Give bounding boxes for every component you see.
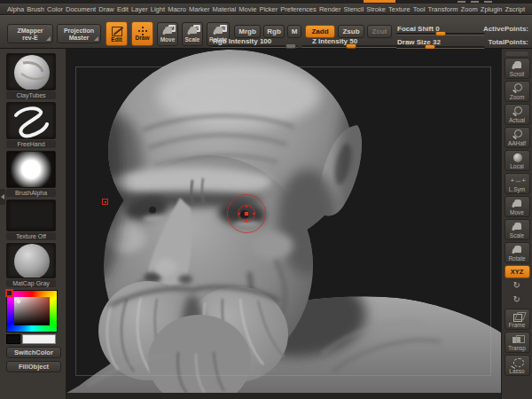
current-stroke-thumbnail[interactable] (6, 102, 56, 139)
right-tray-label: Move (510, 209, 524, 215)
menu-light[interactable]: Light (151, 5, 165, 13)
right-tray-frame[interactable]: Frame (505, 309, 530, 330)
move-tool-button[interactable]: M Move (157, 22, 178, 46)
right-tray-rotate-y-icon[interactable] (506, 280, 528, 293)
right-tray-move[interactable]: Move (505, 196, 530, 217)
z-intensity-slider[interactable] (301, 45, 406, 48)
cube-icon (511, 311, 524, 322)
mrgb-button[interactable]: Mrgb (234, 25, 261, 38)
menu-render[interactable]: Render (319, 5, 341, 13)
current-texture-thumbnail[interactable] (6, 200, 56, 231)
rgb-intensity-slider[interactable] (211, 45, 298, 48)
alpha-soft-dot (7, 152, 55, 187)
color-picker[interactable] (6, 290, 58, 332)
hand-icon (511, 60, 524, 71)
right-tray-label: Zoom (510, 94, 525, 100)
right-tray-local[interactable]: Local (505, 150, 530, 171)
menu-stroke[interactable]: Stroke (366, 5, 386, 13)
current-alpha-thumbnail[interactable] (6, 151, 56, 188)
menu-movie[interactable]: Movie (239, 5, 256, 13)
canvas-bottom-edge (66, 393, 501, 399)
current-brush-thumbnail[interactable] (6, 53, 56, 90)
alpha-name-label[interactable]: BrushAlpha (6, 189, 56, 197)
rotate-z-icon (511, 295, 524, 306)
rgb-intensity-label: Rgb Intensity 100 (213, 37, 271, 45)
menu-bar: AlphaBrushColorDocumentDrawEditLayerLigh… (0, 4, 532, 15)
window-mark-icon (458, 1, 466, 3)
menu-transform[interactable]: Transform (428, 5, 458, 13)
right-tray-lasso[interactable]: Lasso (505, 355, 530, 376)
right-tray-scroll[interactable]: Scroll (505, 58, 530, 79)
hand-icon (511, 199, 524, 209)
menu-tool[interactable]: Tool (413, 5, 426, 13)
zmapper-button[interactable]: ZMapper rev-E (7, 24, 53, 43)
rotate-y-icon (511, 281, 524, 292)
menu-stencil[interactable]: Stencil (344, 5, 364, 13)
move-label: Move (160, 36, 176, 43)
left-tray: ClayTubes FreeHand BrushAlpha Texture Of… (0, 49, 66, 399)
rgb-intensity-value: 100 (260, 37, 271, 45)
main-color-swatch[interactable] (6, 334, 20, 344)
magnifier-icon (511, 129, 524, 140)
sphere-icon (511, 153, 524, 163)
menu-brush[interactable]: Brush (27, 5, 44, 13)
menu-color[interactable]: Color (47, 5, 63, 13)
right-tray-label: Rotate (508, 255, 525, 262)
menu-texture[interactable]: Texture (388, 5, 411, 13)
scale-label: Scale (185, 36, 200, 43)
menu-layer[interactable]: Layer (131, 5, 148, 13)
menu-draw[interactable]: Draw (98, 5, 114, 13)
focal-shift-label: Focal Shift 0 (397, 25, 440, 33)
right-tray-xyz[interactable]: XYZ (505, 265, 530, 278)
right-tray-label: Scroll (510, 71, 524, 77)
menu-preferences[interactable]: Preferences (280, 5, 316, 13)
stroke-name-label[interactable]: FreeHand (6, 140, 56, 148)
menu-macro[interactable]: Macro (168, 5, 186, 13)
secondary-color-swatch[interactable] (22, 334, 56, 344)
right-tray-actual[interactable]: Actual (505, 104, 530, 125)
projection-label-2: Master (58, 35, 100, 42)
texture-name-label[interactable]: Texture Off (6, 232, 56, 240)
edit-button[interactable]: Edit (106, 21, 128, 46)
current-material-thumbnail[interactable] (6, 243, 56, 278)
m-button[interactable]: M (287, 25, 301, 38)
projection-master-button[interactable]: Projection Master (57, 24, 101, 43)
menu-edit[interactable]: Edit (117, 5, 129, 13)
draw-dots-icon (142, 30, 144, 32)
zadd-button[interactable]: Zadd (305, 25, 335, 38)
right-tray-rotate[interactable]: Rotate (505, 242, 530, 263)
zcut-button[interactable]: Zcut (367, 25, 392, 38)
menu-material[interactable]: Material (213, 5, 237, 13)
focal-shift-slider[interactable] (396, 33, 485, 35)
zmapper-label-2: rev-E (8, 35, 52, 42)
draw-button[interactable]: Draw (131, 21, 153, 46)
right-tray-zoom[interactable]: Zoom (505, 81, 530, 102)
saturation-value-square[interactable] (14, 297, 50, 325)
left-tray-divider-handle[interactable] (0, 189, 5, 205)
hand-icon (212, 26, 225, 36)
right-tray-label: AAHalf (508, 140, 526, 146)
brush-name-label[interactable]: ClayTubes (6, 91, 56, 99)
sculpt-viewport[interactable] (66, 49, 501, 393)
right-tray-transp[interactable]: Transp (505, 332, 530, 353)
menu-zoom[interactable]: Zoom (461, 5, 478, 13)
menu-marker[interactable]: Marker (189, 5, 209, 13)
right-tray-divider[interactable] (505, 51, 528, 56)
right-tray-aahalf[interactable]: AAHalf (505, 127, 530, 148)
right-tray-lsym[interactable]: L.Sym (505, 173, 530, 194)
scale-tool-button[interactable]: S Scale (182, 22, 203, 46)
material-name-label[interactable]: MatCap Gray (6, 279, 56, 287)
menu-document[interactable]: Document (66, 5, 96, 13)
focal-shift-handle[interactable] (435, 31, 446, 36)
zsub-button[interactable]: Zsub (338, 25, 364, 38)
right-tray-scale[interactable]: Scale (505, 219, 530, 240)
right-tray-rotate-z-icon[interactable] (506, 294, 528, 307)
menu-picker[interactable]: Picker (259, 5, 278, 13)
menu-zplugin[interactable]: Zplugin (481, 5, 503, 13)
rgb-button[interactable]: Rgb (263, 25, 285, 38)
hand-icon (511, 222, 524, 232)
menu-alpha[interactable]: Alpha (7, 5, 24, 13)
menu-zscript[interactable]: Zscript (505, 5, 526, 13)
switch-color-button[interactable]: SwitchColor (6, 347, 61, 358)
fill-object-button[interactable]: FillObject (6, 361, 61, 372)
